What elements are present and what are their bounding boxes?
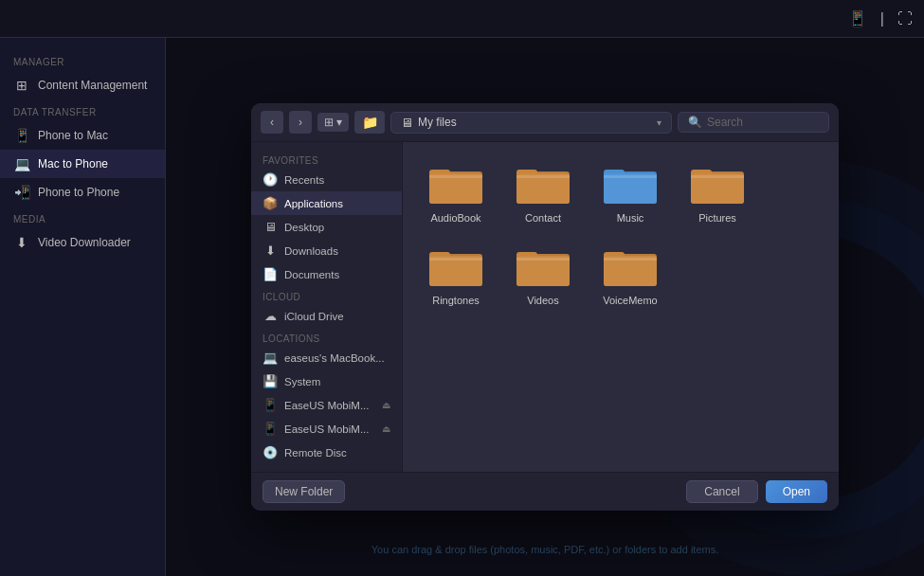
modal-sidebar: Favorites 🕐 Recents 📦 Applications 🖥 Des… (251, 142, 403, 472)
remote-disc-icon: 💿 (263, 445, 278, 459)
modal-toolbar: ‹ › ⊞ ▾ 📁 🖥 My files ▾ 🔍 (251, 103, 839, 142)
modal-sidebar-section-locations: Locations (251, 328, 402, 346)
sidebar: Manager ⊞ Content Management Data Transf… (0, 38, 166, 576)
file-item-videos[interactable]: Videos (505, 240, 581, 311)
content-area: ‹ › ⊞ ▾ 📁 🖥 My files ▾ 🔍 (166, 38, 924, 576)
modal-sidebar-item-easeus-2[interactable]: 📱 EasеUS MobiM... ⏏ (251, 417, 402, 441)
easeus1-icon: 📱 (263, 398, 278, 412)
modal-sidebar-item-macbook[interactable]: 💻 easeus's MacBook... (251, 346, 402, 369)
file-item-music[interactable]: Music (592, 157, 668, 228)
view-toggle-button[interactable]: ⊞ ▾ (317, 113, 349, 132)
sidebar-item-label-phone-to-phone: Phone to Phone (38, 186, 119, 199)
modal-sidebar-label-system: System (284, 376, 320, 387)
modal-sidebar-label-documents: Documents (284, 269, 339, 280)
modal-footer-actions: Cancel Open (686, 480, 827, 503)
file-item-audiobook[interactable]: AudioBook (418, 157, 494, 228)
file-label-contact: Contact (525, 212, 561, 224)
modal-footer: New Folder Cancel Open (251, 472, 839, 511)
file-label-voicememo: VoiceMemo (603, 295, 657, 306)
content-management-icon: ⊞ (13, 78, 30, 93)
file-item-voicememo[interactable]: VoiceMemo (592, 240, 668, 311)
eject-icon-2[interactable]: ⏏ (382, 423, 390, 434)
sidebar-item-phone-to-phone[interactable]: 📲 Phone to Phone (0, 178, 165, 207)
phone-to-phone-icon: 📲 (13, 185, 30, 200)
modal-search-bar[interactable]: 🔍 (678, 112, 829, 133)
downloads-icon: ⬇ (263, 243, 278, 258)
cancel-button[interactable]: Cancel (686, 480, 757, 503)
modal-sidebar-item-recents[interactable]: 🕐 Recents (251, 168, 402, 191)
view-chevron-icon: ▾ (336, 116, 342, 129)
sidebar-item-video-downloader[interactable]: ⬇ Video Downloader (0, 228, 165, 257)
modal-sidebar-item-system[interactable]: 💾 System (251, 369, 402, 393)
sidebar-item-mac-to-phone[interactable]: 💻 Mac to Phone (0, 150, 165, 178)
location-bar-button[interactable]: 📁 (354, 111, 385, 134)
folder-icon-voicememo (604, 244, 657, 290)
modal-sidebar-item-applications[interactable]: 📦 Applications (251, 191, 402, 215)
file-label-ringtones: Ringtones (432, 295, 480, 306)
modal-sidebar-section-favorites: Favorites (251, 150, 402, 168)
fullscreen-icon[interactable]: ⛶ (897, 10, 913, 27)
modal-sidebar-label-icloud-drive: iCloud Drive (284, 311, 344, 322)
top-bar-icons: 📱 | ⛶ (848, 9, 913, 27)
mac-to-phone-icon: 💻 (13, 156, 30, 171)
open-button[interactable]: Open (766, 480, 827, 503)
modal-sidebar-label-macbook: easeus's MacBook... (284, 352, 385, 364)
sidebar-section-data-transfer: Data Transfer (0, 99, 165, 121)
file-item-contact[interactable]: Contact (505, 157, 581, 228)
eject-icon-1[interactable]: ⏏ (382, 400, 390, 410)
sidebar-section-manager: Manager (0, 49, 165, 71)
modal-body: Favorites 🕐 Recents 📦 Applications 🖥 Des… (251, 142, 839, 472)
modal-sidebar-item-desktop[interactable]: 🖥 Desktop (251, 215, 402, 239)
sidebar-item-label-phone-to-mac: Phone to Mac (38, 129, 108, 142)
phone-icon[interactable]: 📱 (848, 9, 867, 27)
modal-path-bar: 🖥 My files ▾ (390, 112, 672, 134)
svg-rect-4 (429, 175, 482, 178)
modal-sidebar-item-easeus-1[interactable]: 📱 EasеUS MobiM... ⏏ (251, 393, 402, 417)
modal-sidebar-item-icloud-drive[interactable]: ☁ iCloud Drive (251, 304, 402, 328)
easeus2-icon: 📱 (263, 422, 278, 436)
folder-icon-audiobook (429, 162, 482, 207)
sidebar-item-content-management[interactable]: ⊞ Content Management (0, 71, 165, 99)
top-bar-separator: | (880, 10, 884, 27)
modal-sidebar-item-remote-disc[interactable]: 💿 Remote Disc (251, 441, 402, 464)
folder-icon-videos (516, 244, 570, 290)
grid-view-icon: ⊞ (324, 116, 334, 129)
modal-sidebar-label-easeus-2: EasеUS MobiM... (284, 423, 369, 435)
sidebar-item-label-content-management: Content Management (38, 79, 147, 92)
sidebar-item-label-video-downloader: Video Downloader (38, 236, 131, 249)
modal-sidebar-label-recents: Recents (284, 174, 324, 186)
video-downloader-icon: ⬇ (13, 235, 30, 250)
sidebar-item-phone-to-mac[interactable]: 📱 Phone to Mac (0, 121, 165, 150)
path-label: My files (418, 116, 457, 129)
file-item-ringtones[interactable]: Ringtones (418, 240, 494, 311)
sidebar-section-media: Media (0, 207, 165, 228)
file-label-music: Music (617, 212, 644, 224)
sidebar-item-label-mac-to-phone: Mac to Phone (38, 157, 108, 171)
system-icon: 💾 (263, 374, 278, 388)
path-dropdown-icon: ▾ (657, 117, 661, 128)
phone-to-mac-icon: 📱 (13, 128, 30, 143)
desktop-icon: 🖥 (263, 220, 278, 234)
modal-sidebar-item-downloads[interactable]: ⬇ Downloads (251, 239, 402, 262)
location-bar-icon: 📁 (362, 115, 378, 130)
file-picker-modal: ‹ › ⊞ ▾ 📁 🖥 My files ▾ 🔍 (251, 103, 839, 511)
back-button[interactable]: ‹ (261, 111, 283, 134)
file-label-audiobook: AudioBook (430, 212, 480, 224)
svg-rect-24 (429, 258, 482, 261)
svg-rect-19 (691, 175, 744, 178)
new-folder-button[interactable]: New Folder (263, 480, 345, 503)
icloud-drive-icon: ☁ (263, 309, 278, 323)
svg-rect-9 (516, 175, 570, 178)
modal-sidebar-item-documents[interactable]: 📄 Documents (251, 262, 402, 286)
svg-rect-29 (516, 258, 570, 261)
modal-sidebar-label-remote-disc: Remote Disc (284, 447, 347, 459)
macbook-icon: 💻 (263, 351, 278, 365)
folder-icon-ringtones (429, 244, 482, 290)
forward-button[interactable]: › (289, 111, 312, 134)
recents-icon: 🕐 (263, 172, 278, 187)
top-bar: 📱 | ⛶ (0, 0, 924, 38)
file-item-pictures[interactable]: Pictures (679, 157, 755, 228)
modal-sidebar-section-icloud: iCloud (251, 286, 402, 304)
search-input[interactable] (707, 116, 819, 129)
applications-icon: 📦 (263, 196, 278, 210)
